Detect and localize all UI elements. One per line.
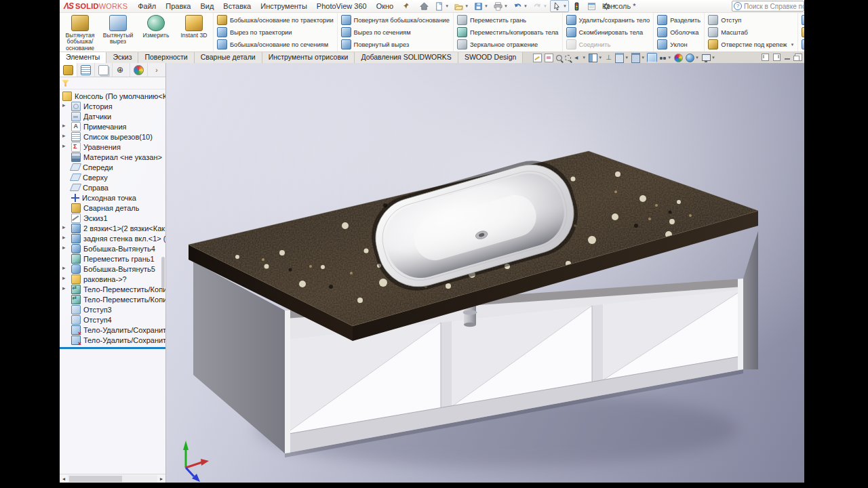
tree-row[interactable]: ▸Тело-Переместить/Копировать4 — [60, 284, 165, 294]
search-input[interactable]: Поиск в Справке по SOLIDWORKS — [744, 3, 804, 10]
shell-button[interactable]: Оболочка — [657, 26, 701, 38]
fm-tab-configuration-manager[interactable] — [95, 63, 113, 77]
edit-sketch-button[interactable] — [532, 53, 542, 62]
print-button[interactable]: ▼ — [491, 0, 510, 12]
tree-row[interactable]: Датчики — [60, 111, 165, 121]
dropdown-arrow-icon[interactable]: ▼ — [563, 4, 567, 8]
scrollbar-thumb[interactable] — [69, 476, 122, 482]
pin-toolbar-icon[interactable] — [402, 2, 410, 10]
graphics-area[interactable]: › Консоль (По умолчанию<Как обра▸История… — [60, 63, 804, 483]
tree-row[interactable]: ▸2 вязки<1>(2 вязки<Как обрабо — [60, 223, 165, 233]
tree-row[interactable]: Материал <не указан> — [60, 152, 165, 162]
fm-tab-property-manager[interactable] — [77, 63, 95, 77]
tab-эскиз[interactable]: Эскиз — [106, 52, 138, 63]
rebuild-traffic-light-button[interactable] — [570, 0, 584, 12]
zoom-to-fit-button[interactable] — [555, 53, 563, 62]
fm-tab-appearances[interactable] — [130, 63, 148, 77]
dropdown-arrow-icon[interactable]: ▼ — [695, 56, 699, 60]
dropdown-arrow-icon[interactable]: ▼ — [598, 56, 602, 60]
hole-wizard-button[interactable]: Отверстие под крепеж▼ — [708, 39, 794, 50]
tree-row[interactable]: Справа — [60, 182, 165, 192]
view-orientation-button[interactable]: ▼ — [614, 53, 629, 62]
tree-row[interactable]: Тело-Удалить/Сохранить 3 — [60, 325, 165, 335]
restore-button[interactable] — [795, 54, 802, 61]
normal-to-button[interactable] — [604, 53, 613, 62]
expand-arrow-icon[interactable]: ▸ — [62, 264, 66, 271]
tab-элементы[interactable]: Элементы — [60, 52, 106, 63]
expand-arrow-icon[interactable]: ▸ — [62, 132, 66, 139]
dropdown-arrow-icon[interactable]: ▼ — [543, 4, 547, 8]
scroll-right-arrow[interactable]: ▸ — [157, 476, 165, 482]
tree-row[interactable]: Тело-Удалить/Сохранить 4 — [60, 335, 165, 345]
move-copy-bodies-button[interactable]: Переместить/копировать тела — [457, 26, 559, 38]
sketch-eraser-button[interactable] — [544, 53, 554, 62]
tree-row[interactable]: Переместить грань1 — [60, 253, 165, 264]
tree-row[interactable]: ▸Примечания — [60, 121, 165, 131]
instant-3d-button[interactable]: Instant 3D — [175, 13, 213, 52]
document-properties-button[interactable] — [585, 0, 599, 12]
menu-инструменты[interactable]: Инструменты — [256, 2, 312, 10]
fm-tabs-overflow-button[interactable]: › — [148, 63, 165, 77]
edit-appearance-button[interactable] — [673, 53, 684, 62]
home-button[interactable] — [417, 0, 431, 12]
apply-scene-button[interactable]: ▼ — [685, 53, 700, 62]
previous-view-button[interactable]: ▼ — [573, 53, 587, 62]
shaded-with-edges-button[interactable] — [647, 53, 657, 62]
move-face-button[interactable]: Переместить грань — [457, 14, 559, 26]
tab-инструменты-отрисовки[interactable]: Инструменты отрисовки — [262, 52, 355, 63]
undo-button[interactable]: ▼ — [511, 0, 530, 12]
revolved-cut-button[interactable]: Повернутый вырез — [341, 39, 450, 50]
tree-row[interactable]: Эскиз1 — [60, 213, 165, 223]
expand-arrow-icon[interactable]: ▸ — [62, 234, 66, 241]
dropdown-arrow-icon[interactable]: ▼ — [790, 43, 794, 47]
tab-сварные-детали[interactable]: Сварные детали — [195, 52, 262, 63]
section-view-button[interactable]: ▼ — [588, 53, 603, 62]
scale-button[interactable]: Масштаб — [708, 26, 794, 38]
tree-row[interactable]: Отступ4 — [60, 314, 165, 325]
fm-tab-dimxpert[interactable] — [113, 63, 130, 77]
expand-arrow-icon[interactable]: ▸ — [62, 142, 66, 149]
dropdown-arrow-icon[interactable]: ▼ — [641, 56, 645, 60]
tree-row[interactable]: ▸Уравнения — [60, 142, 165, 152]
split-button[interactable]: Разделить — [657, 14, 701, 26]
extruded-cut-button[interactable]: Вытянутый вырез — [99, 13, 137, 52]
tree-row[interactable]: Консоль (По умолчанию<Как обра — [60, 91, 165, 101]
tree-row[interactable]: Сварная деталь — [60, 203, 165, 213]
tree-row[interactable]: ▸раковина->? — [60, 274, 165, 284]
tab-swood-design[interactable]: SWOOD Design — [458, 52, 523, 63]
menu-окно[interactable]: Окно — [372, 2, 399, 10]
feature-tree-filter[interactable] — [60, 77, 165, 89]
minimize-button[interactable] — [785, 54, 791, 60]
draft-button[interactable]: Уклон — [657, 39, 701, 50]
viewport-canvas[interactable] — [60, 63, 804, 483]
scroll-left-arrow[interactable]: ◂ — [60, 476, 68, 482]
dropdown-arrow-icon[interactable]: ▼ — [625, 56, 629, 60]
tab-добавления-solidworks[interactable]: Добавления SOLIDWORKS — [355, 52, 458, 63]
tree-row[interactable]: Исходная точка — [60, 192, 165, 203]
fillet-button[interactable]: Скругление — [802, 39, 804, 50]
view-settings-button[interactable]: ▼ — [701, 53, 716, 62]
hide-show-items-button[interactable]: ▼ — [658, 53, 672, 62]
tree-row[interactable]: ▸Бобышка-Вытянуть4 — [60, 243, 165, 253]
dropdown-arrow-icon[interactable]: ▼ — [582, 56, 586, 60]
tab-поверхности[interactable]: Поверхности — [138, 52, 194, 63]
tree-row[interactable]: ▸Список вырезов(10) — [60, 131, 165, 142]
tree-row[interactable]: Сверху — [60, 172, 165, 182]
swept-cut-button[interactable]: Вырез по траектории — [217, 26, 334, 38]
menu-вставка[interactable]: Вставка — [218, 2, 256, 10]
help-search-box[interactable]: ? Поиск в Справке по SOLIDWORKS — [732, 1, 804, 12]
tree-row[interactable]: Отступ3 — [60, 304, 165, 314]
tree-row[interactable]: ▸Бобышка-Вытянуть5 — [60, 264, 165, 274]
fm-tab-feature-tree[interactable] — [60, 63, 77, 77]
tree-horizontal-scrollbar[interactable]: ◂ ▸ — [60, 474, 165, 483]
pane-left-button[interactable] — [762, 54, 769, 61]
expand-arrow-icon[interactable]: ▸ — [62, 224, 66, 230]
lofted-cut-button[interactable]: Вырез по сечениям — [341, 26, 450, 38]
menu-вид[interactable]: Вид — [195, 2, 218, 10]
dropdown-arrow-icon[interactable]: ▼ — [465, 4, 469, 8]
menu-photoview-360[interactable]: PhotoView 360 — [312, 2, 372, 10]
dropdown-arrow-icon[interactable]: ▼ — [667, 56, 671, 60]
tree-row[interactable]: Спереди — [60, 162, 165, 172]
measure-button[interactable]: Измерить — [137, 13, 175, 52]
expand-arrow-icon[interactable]: ▸ — [62, 244, 66, 251]
